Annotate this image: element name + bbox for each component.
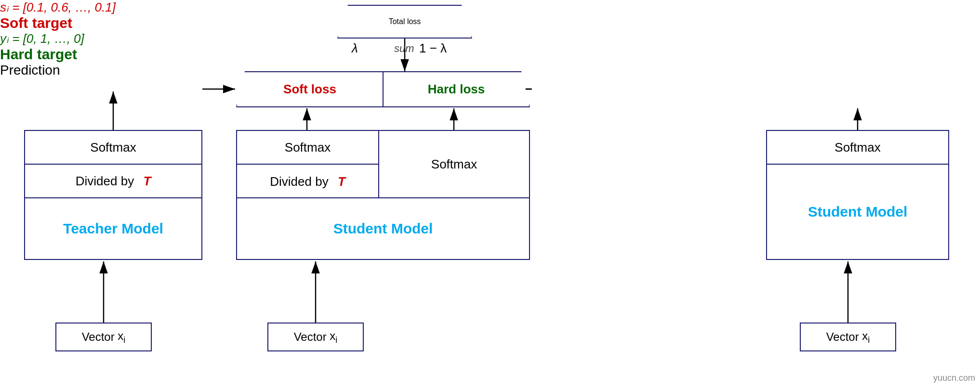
student-center-divby: Divided by T	[237, 165, 378, 198]
lambda-label: λ	[352, 41, 358, 56]
soft-target-label: Soft target	[0, 15, 980, 31]
total-loss-label: Total loss	[389, 17, 421, 26]
loss-box: Soft loss Hard loss	[236, 71, 530, 107]
watermark: yuucn.com	[933, 373, 975, 383]
one-minus-lambda-label: 1 − λ	[419, 41, 447, 56]
teacher-model-label: Teacher Model	[25, 198, 201, 259]
diagram: Total loss λ sum 1 − λ Soft loss Hard lo…	[0, 0, 980, 388]
student-left: Softmax Divided by T	[237, 131, 379, 198]
student-center-softmax-left: Softmax	[237, 131, 378, 165]
student-center-block: Softmax Divided by T Softmax Student Mod…	[236, 130, 530, 260]
si-annotation: sᵢ = [0.1, 0.6, …, 0.1]	[0, 0, 980, 15]
teacher-divby: Divided by T	[25, 165, 201, 198]
vector-teacher-xi: xi	[118, 329, 125, 345]
right-softmax: Softmax	[767, 131, 948, 165]
teacher-t-label: T	[143, 174, 151, 189]
yi-annotation: yᵢ = [0, 1, …, 0]	[0, 31, 980, 46]
student-center-t-label: T	[338, 174, 345, 189]
hard-target-label: Hard target	[0, 46, 980, 63]
vector-right: Vector xi	[800, 323, 896, 351]
right-model-label: Student Model	[767, 165, 948, 259]
teacher-softmax: Softmax	[25, 131, 201, 165]
hard-loss-cell: Hard loss	[384, 72, 529, 106]
vector-student-xi: xi	[330, 329, 337, 345]
vector-student: Vector xi	[267, 323, 364, 351]
right-student-block: Softmax Student Model	[766, 130, 949, 260]
vector-teacher: Vector xi	[55, 323, 152, 351]
student-center-model-label: Student Model	[237, 198, 529, 259]
vector-right-xi: xi	[862, 329, 870, 345]
total-loss-box: Total loss	[337, 5, 472, 39]
student-center-softmax-right: Softmax	[379, 131, 529, 198]
sum-label: sum	[394, 42, 414, 55]
teacher-block: Softmax Divided by T Teacher Model	[24, 130, 202, 260]
soft-loss-cell: Soft loss	[237, 72, 384, 106]
